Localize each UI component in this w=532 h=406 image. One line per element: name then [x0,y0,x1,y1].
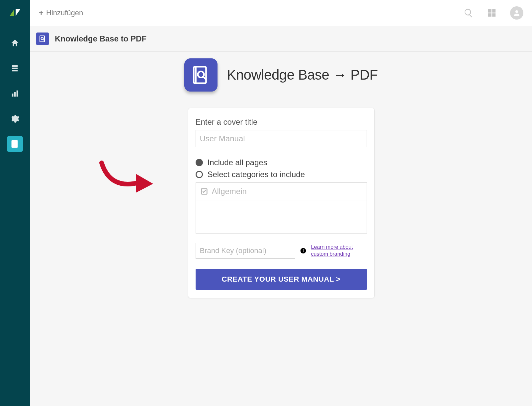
brand-link[interactable]: Learn more about custom branding [311,244,364,258]
cover-title-label: Enter a cover title [196,117,367,127]
svg-marker-0 [10,9,14,16]
radio-include-all-label: Include all pages [208,158,267,167]
sidebar-item-settings[interactable] [7,111,23,127]
svg-rect-22 [303,250,304,252]
hero-app-icon [184,58,218,92]
main: + Hinzufügen Knowledge Base to PDF [30,0,532,406]
svg-rect-2 [12,94,14,97]
checkbox-checked-icon [201,188,208,195]
svg-rect-8 [488,9,491,13]
brand-key-input[interactable] [196,243,295,259]
cover-title-input[interactable] [196,130,367,147]
radio-include-all[interactable]: Include all pages [196,158,367,167]
svg-point-23 [303,249,303,250]
titlebar-text: Knowledge Base to PDF [55,34,146,43]
category-item-label: Allgemein [212,187,247,196]
zendesk-logo [7,5,23,21]
sidebar-item-kb-to-pdf[interactable] [7,136,23,152]
hero: Knowledge Base → PDF [30,58,532,92]
svg-marker-19 [136,174,153,193]
radio-select-categories-label: Select categories to include [208,170,305,179]
radio-dot-empty-icon [196,171,203,178]
content: Knowledge Base → PDF Enter a cover title… [30,52,532,406]
svg-point-17 [198,71,204,78]
category-list: Allgemein [196,182,367,234]
sidebar [0,0,30,406]
svg-rect-10 [488,13,491,17]
annotation-arrow [97,158,153,194]
svg-rect-11 [492,13,495,17]
radio-select-categories[interactable]: Select categories to include [196,170,367,179]
svg-rect-13 [40,36,44,42]
create-manual-button[interactable]: CREATE YOUR USER MANUAL > [196,269,367,290]
form-card: Enter a cover title Include all pages Se… [188,108,374,298]
svg-rect-4 [17,91,18,97]
svg-point-14 [41,37,44,40]
plus-icon: + [39,9,44,17]
svg-point-12 [515,10,518,13]
info-icon [300,247,307,254]
sidebar-item-home[interactable] [7,35,23,51]
add-button-label: Hinzufügen [46,9,83,17]
sidebar-item-guide[interactable] [7,60,23,76]
svg-line-15 [43,39,44,40]
svg-rect-3 [14,92,16,97]
hero-title: Knowledge Base → PDF [227,67,378,83]
topbar-right [464,6,523,20]
svg-rect-9 [492,9,495,13]
search-icon[interactable] [464,8,474,18]
category-item[interactable]: Allgemein [196,183,367,200]
include-radio-group: Include all pages Select categories to i… [196,158,367,179]
sidebar-item-reports[interactable] [7,86,23,102]
add-button[interactable]: + Hinzufügen [39,9,83,17]
brand-key-row: Learn more about custom branding [196,243,367,259]
titlebar: Knowledge Base to PDF [30,26,532,52]
topbar: + Hinzufügen [30,0,532,26]
svg-marker-1 [16,9,20,16]
app-icon [36,33,49,45]
svg-point-6 [13,142,16,145]
avatar[interactable] [510,6,523,20]
radio-dot-filled-icon [196,159,203,166]
apps-icon[interactable] [487,8,497,18]
